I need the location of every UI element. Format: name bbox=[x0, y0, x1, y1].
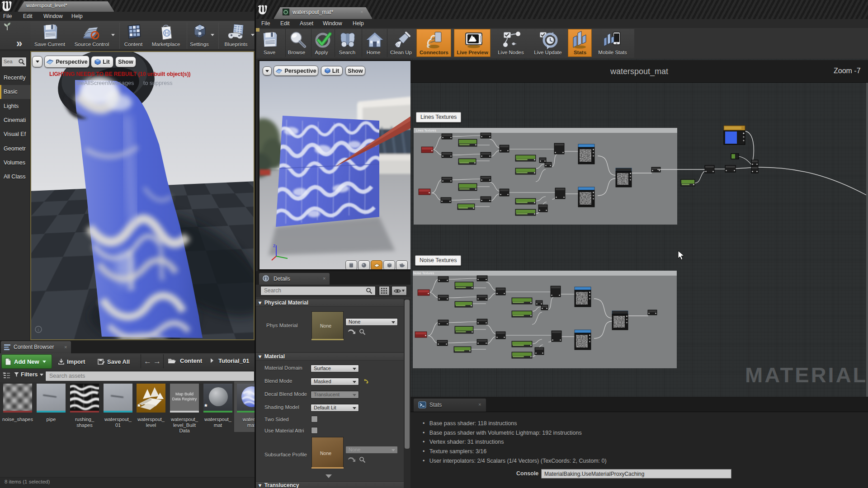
svg-text:i: i bbox=[38, 327, 39, 332]
svg-text:Lines Textures: Lines Textures bbox=[416, 129, 437, 132]
svg-text:MATERIAL: MATERIAL bbox=[745, 363, 868, 387]
svg-text:z: z bbox=[273, 243, 276, 248]
svg-text:Noise Textures: Noise Textures bbox=[413, 272, 434, 275]
